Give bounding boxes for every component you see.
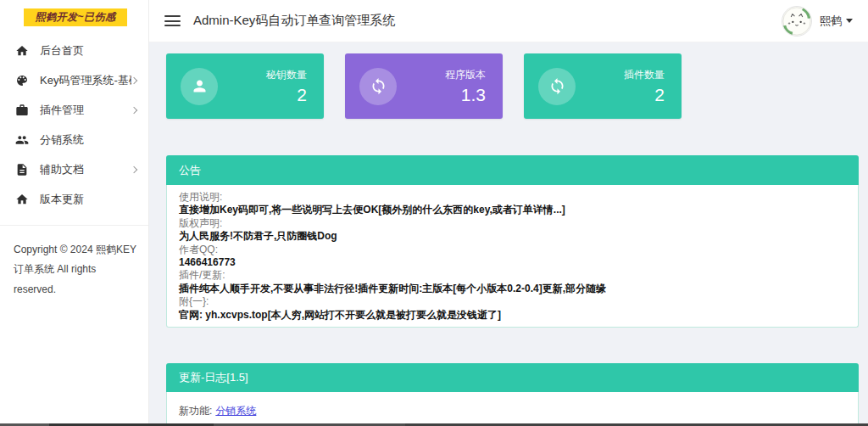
stat-value: 2 xyxy=(624,85,665,105)
person-icon xyxy=(181,68,218,105)
group-icon xyxy=(15,133,29,147)
announcement-line: 版权声明: xyxy=(179,217,846,230)
announcement-line: 插件/更新: xyxy=(179,269,846,282)
topbar: Admin-Key码自动订单查询管理系统 熙鹤 xyxy=(149,0,868,42)
announcement-line: 1466416773 xyxy=(179,256,846,269)
document-icon xyxy=(15,163,29,177)
stat-label: 秘钥数量 xyxy=(266,68,307,82)
dev-badge: 熙鹤开发~已伤感 xyxy=(24,8,127,26)
sidebar-item-label: 后台首页 xyxy=(40,43,136,59)
palette-icon xyxy=(15,74,29,87)
sidebar-item-distribution[interactable]: 分销系统 xyxy=(0,125,148,154)
stat-card-key-count: 秘钥数量 2 xyxy=(166,53,324,119)
home-icon xyxy=(15,44,29,58)
changelog-panel-body: 新功能:分销系统 xyxy=(166,392,859,426)
stat-value: 2 xyxy=(266,85,307,105)
sidebar-item-plugin-manage[interactable]: 插件管理 xyxy=(0,95,148,125)
sidebar-item-label: 插件管理 xyxy=(40,103,131,118)
stat-card-program-version: 程序版本 1.3 xyxy=(345,53,503,119)
announcement-panel-title: 公告 xyxy=(166,155,859,185)
user-dropdown[interactable]: 熙鹤 xyxy=(782,6,853,36)
sidebar-item-docs[interactable]: 辅助文档 xyxy=(0,154,148,184)
sidebar-item-version-update[interactable]: 版本更新 xyxy=(0,184,148,214)
stat-label: 程序版本 xyxy=(445,68,486,82)
cat-avatar xyxy=(782,6,812,36)
announcement-line: 附{一}: xyxy=(179,295,846,308)
copyright-text: Copyright © 2024 熙鹤KEY订单系统 All rights re… xyxy=(14,240,138,300)
changelog-panel-title: 更新-日志[1.5] xyxy=(166,363,859,392)
hamburger-menu-icon[interactable] xyxy=(164,15,181,26)
home-icon xyxy=(15,193,29,206)
announcement-line: 作者QQ: xyxy=(179,244,846,256)
sync-icon xyxy=(359,68,397,105)
announcement-line: 为人民服务!不防君子,只防圈钱Dog xyxy=(179,230,846,243)
work-bag-icon xyxy=(15,104,29,117)
announcement-line: 使用说明: xyxy=(179,191,846,204)
announcement-panel: 公告 使用说明: 直接增加Key码即可,将一些说明写上去便OK[额外别的什么东西… xyxy=(166,155,859,328)
announcement-line: 直接增加Key码即可,将一些说明写上去便OK[额外别的什么东西的key,或者订单… xyxy=(179,204,846,216)
stat-label: 插件数量 xyxy=(624,68,665,82)
stat-card-plugin-count: 插件数量 2 xyxy=(524,53,682,119)
sidebar-item-label: Key码管理系统-基础 xyxy=(40,73,131,88)
stat-cards: 秘钥数量 2 程序版本 1.3 插件数量 2 xyxy=(166,53,682,119)
announcement-panel-body: 使用说明: 直接增加Key码即可,将一些说明写上去便OK[额外别的什么东西的ke… xyxy=(166,185,859,328)
changelog-entry-label: 新功能: xyxy=(179,405,212,417)
sidebar-item-label: 辅助文档 xyxy=(40,162,131,177)
sidebar-divider xyxy=(0,225,148,226)
sidebar-item-label: 版本更新 xyxy=(40,192,136,207)
sidebar-item-label: 分销系统 xyxy=(40,132,136,148)
announcement-line: 插件纯本人顺手开发,不要从事非法行径!插件更新时间:主版本[每个小版本0.2-0… xyxy=(179,283,846,295)
chevron-right-icon xyxy=(131,106,137,113)
chevron-right-icon xyxy=(131,165,137,172)
announcement-line: 官网: yh.xcvps.top[本人穷,网站打不开要么就是被打要么就是没钱逝了… xyxy=(179,309,846,322)
sidebar-item-dashboard[interactable]: 后台首页 xyxy=(0,36,148,65)
sidebar-item-keycode-system[interactable]: Key码管理系统-基础 xyxy=(0,65,148,95)
main-content: 秘钥数量 2 程序版本 1.3 插件数量 2 公告 使用说明 xyxy=(149,42,868,426)
sidebar-menu: 后台首页 Key码管理系统-基础 插件管理 分销系统 xyxy=(0,36,148,214)
sidebar: 熙鹤开发~已伤感 后台首页 Key码管理系统-基础 插件管理 xyxy=(0,0,149,426)
username: 熙鹤 xyxy=(820,14,842,29)
app-title: Admin-Key码自动订单查询管理系统 xyxy=(193,13,395,29)
changelog-panel: 更新-日志[1.5] 新功能:分销系统 xyxy=(166,363,859,426)
sync-icon xyxy=(538,68,576,105)
caret-down-icon xyxy=(846,19,853,23)
changelog-entry-link[interactable]: 分销系统 xyxy=(215,405,256,417)
chevron-right-icon xyxy=(131,76,137,83)
stat-value: 1.3 xyxy=(445,85,486,105)
